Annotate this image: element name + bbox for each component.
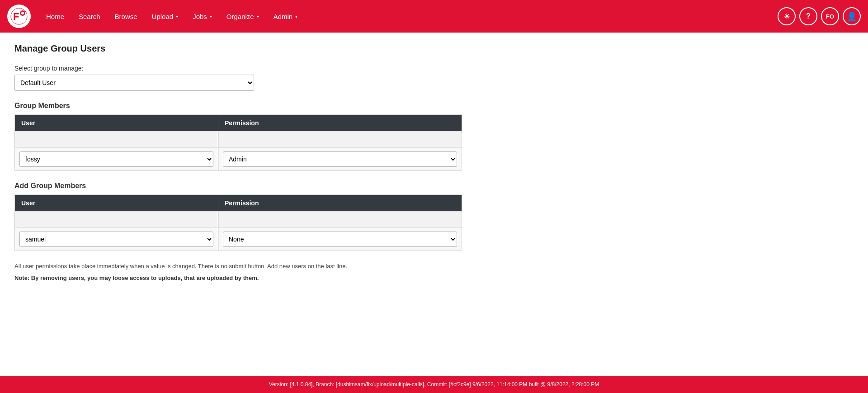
navbar: F Home Search Browse Upload▾ Jobs▾ Organ… bbox=[0, 0, 868, 33]
group-members-title: Group Members bbox=[14, 102, 854, 110]
nav-jobs[interactable]: Jobs▾ bbox=[186, 9, 218, 24]
page-title: Manage Group Users bbox=[14, 43, 854, 54]
add-group-members-header: User Permission bbox=[15, 195, 462, 211]
help-button[interactable]: ? bbox=[799, 7, 817, 25]
theme-toggle-button[interactable]: ☀ bbox=[778, 7, 796, 25]
add-group-members-row: samuel fossy admin None Read Only Read W… bbox=[15, 227, 462, 251]
nav-right: ☀ ? FO 👤 bbox=[778, 7, 861, 25]
nav-admin[interactable]: Admin▾ bbox=[267, 9, 304, 24]
add-group-members-empty-row bbox=[15, 211, 462, 227]
nav-links: Home Search Browse Upload▾ Jobs▾ Organiz… bbox=[40, 9, 778, 24]
user-account-button[interactable]: 👤 bbox=[843, 7, 861, 25]
group-members-header: User Permission bbox=[15, 115, 462, 131]
add-group-members-user-select[interactable]: samuel fossy admin bbox=[19, 232, 213, 247]
group-members-perm-header: Permission bbox=[218, 115, 462, 131]
main-content: Manage Group Users Select group to manag… bbox=[0, 33, 868, 376]
svg-text:F: F bbox=[13, 11, 19, 22]
logo[interactable]: F bbox=[7, 5, 31, 28]
group-members-user-select[interactable]: fossy admin samuel bbox=[19, 152, 213, 167]
footer: Version: [4.1.0.84], Branch: [dushimsam/… bbox=[0, 376, 868, 393]
group-members-table: User Permission fossy admin samuel None … bbox=[14, 114, 462, 171]
group-select[interactable]: Default User fossy admin bbox=[14, 75, 254, 91]
nav-upload[interactable]: Upload▾ bbox=[146, 9, 185, 24]
user-initials-button[interactable]: FO bbox=[821, 7, 839, 25]
group-members-empty-row bbox=[15, 131, 462, 147]
add-group-members-perm-header: Permission bbox=[218, 195, 462, 211]
footer-text: Version: [4.1.0.84], Branch: [dushimsam/… bbox=[269, 381, 599, 388]
info-text: All user permissions take place immediat… bbox=[14, 262, 421, 271]
svg-point-3 bbox=[21, 12, 24, 14]
add-group-members-table: User Permission samuel fossy admin None … bbox=[14, 194, 462, 251]
group-members-row: fossy admin samuel None Read Only Read W… bbox=[15, 147, 462, 170]
nav-home[interactable]: Home bbox=[40, 9, 71, 24]
nav-organize[interactable]: Organize▾ bbox=[220, 9, 265, 24]
add-group-members-perm-select[interactable]: None Read Only Read Write Admin bbox=[223, 232, 457, 247]
nav-browse[interactable]: Browse bbox=[108, 9, 144, 24]
add-group-members-user-header: User bbox=[15, 195, 218, 211]
select-group-label: Select group to manage: bbox=[14, 65, 854, 72]
group-members-perm-select[interactable]: None Read Only Read Write Admin bbox=[223, 152, 457, 167]
nav-search[interactable]: Search bbox=[72, 9, 107, 24]
add-group-members-title: Add Group Members bbox=[14, 182, 854, 190]
note-text: Note: By removing users, you may loose a… bbox=[14, 275, 421, 281]
group-members-user-header: User bbox=[15, 115, 218, 131]
